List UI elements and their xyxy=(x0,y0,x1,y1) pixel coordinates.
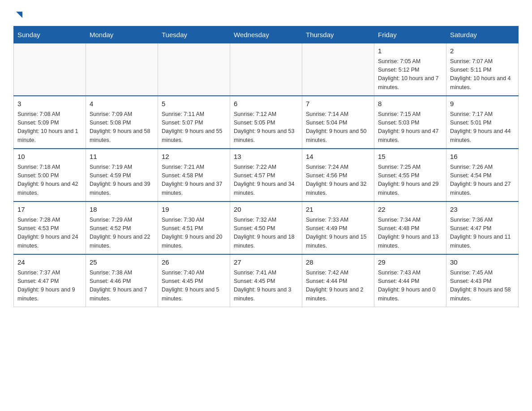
day-info: Sunrise: 7:43 AM Sunset: 4:44 PM Dayligh… xyxy=(378,269,442,304)
day-info: Sunrise: 7:15 AM Sunset: 5:03 PM Dayligh… xyxy=(378,110,442,145)
logo xyxy=(13,9,24,17)
weekday-header-sunday: Sunday xyxy=(14,26,86,43)
calendar-week-row: 1Sunrise: 7:05 AM Sunset: 5:12 PM Daylig… xyxy=(14,43,519,96)
day-info: Sunrise: 7:29 AM Sunset: 4:52 PM Dayligh… xyxy=(90,216,154,251)
calendar-cell: 2Sunrise: 7:07 AM Sunset: 5:11 PM Daylig… xyxy=(446,43,519,96)
weekday-header-row: SundayMondayTuesdayWednesdayThursdayFrid… xyxy=(14,26,519,43)
day-number: 16 xyxy=(450,152,515,162)
day-number: 8 xyxy=(378,99,442,109)
day-info: Sunrise: 7:34 AM Sunset: 4:48 PM Dayligh… xyxy=(378,216,442,251)
day-info: Sunrise: 7:37 AM Sunset: 4:47 PM Dayligh… xyxy=(17,269,82,304)
calendar-cell: 22Sunrise: 7:34 AM Sunset: 4:48 PM Dayli… xyxy=(374,201,446,254)
day-info: Sunrise: 7:19 AM Sunset: 4:59 PM Dayligh… xyxy=(90,163,154,198)
day-number: 3 xyxy=(17,99,82,109)
weekday-header-friday: Friday xyxy=(374,26,446,43)
calendar-cell: 15Sunrise: 7:25 AM Sunset: 4:55 PM Dayli… xyxy=(374,149,446,201)
calendar-cell: 19Sunrise: 7:30 AM Sunset: 4:51 PM Dayli… xyxy=(158,201,230,254)
day-info: Sunrise: 7:28 AM Sunset: 4:53 PM Dayligh… xyxy=(17,216,82,251)
day-number: 22 xyxy=(378,205,442,215)
calendar-cell: 24Sunrise: 7:37 AM Sunset: 4:47 PM Dayli… xyxy=(14,254,86,307)
day-number: 20 xyxy=(234,205,298,215)
day-number: 15 xyxy=(378,152,442,162)
day-number: 9 xyxy=(450,99,515,109)
weekday-header-tuesday: Tuesday xyxy=(158,26,230,43)
day-info: Sunrise: 7:32 AM Sunset: 4:50 PM Dayligh… xyxy=(234,216,298,251)
calendar-cell: 21Sunrise: 7:33 AM Sunset: 4:49 PM Dayli… xyxy=(302,201,374,254)
day-number: 6 xyxy=(234,99,298,109)
calendar-cell: 11Sunrise: 7:19 AM Sunset: 4:59 PM Dayli… xyxy=(86,149,158,201)
calendar-cell: 23Sunrise: 7:36 AM Sunset: 4:47 PM Dayli… xyxy=(446,201,519,254)
calendar-cell: 18Sunrise: 7:29 AM Sunset: 4:52 PM Dayli… xyxy=(86,201,158,254)
day-info: Sunrise: 7:30 AM Sunset: 4:51 PM Dayligh… xyxy=(162,216,226,251)
calendar-cell: 3Sunrise: 7:08 AM Sunset: 5:09 PM Daylig… xyxy=(14,96,86,149)
day-number: 21 xyxy=(306,205,370,215)
day-info: Sunrise: 7:14 AM Sunset: 5:04 PM Dayligh… xyxy=(306,110,370,145)
day-number: 5 xyxy=(162,99,226,109)
day-number: 11 xyxy=(90,152,154,162)
page-header xyxy=(13,9,519,17)
calendar-cell: 6Sunrise: 7:12 AM Sunset: 5:05 PM Daylig… xyxy=(230,96,302,149)
calendar-cell xyxy=(158,43,230,96)
day-number: 27 xyxy=(234,257,298,268)
calendar-cell: 9Sunrise: 7:17 AM Sunset: 5:01 PM Daylig… xyxy=(446,96,519,149)
day-info: Sunrise: 7:41 AM Sunset: 4:45 PM Dayligh… xyxy=(234,269,298,304)
day-number: 13 xyxy=(234,152,298,162)
calendar-cell: 27Sunrise: 7:41 AM Sunset: 4:45 PM Dayli… xyxy=(230,254,302,307)
day-info: Sunrise: 7:36 AM Sunset: 4:47 PM Dayligh… xyxy=(450,216,515,251)
day-info: Sunrise: 7:11 AM Sunset: 5:07 PM Dayligh… xyxy=(162,110,226,145)
calendar-cell: 4Sunrise: 7:09 AM Sunset: 5:08 PM Daylig… xyxy=(86,96,158,149)
calendar-cell: 8Sunrise: 7:15 AM Sunset: 5:03 PM Daylig… xyxy=(374,96,446,149)
calendar-cell: 1Sunrise: 7:05 AM Sunset: 5:12 PM Daylig… xyxy=(374,43,446,96)
calendar-cell: 14Sunrise: 7:24 AM Sunset: 4:56 PM Dayli… xyxy=(302,149,374,201)
day-info: Sunrise: 7:40 AM Sunset: 4:45 PM Dayligh… xyxy=(162,269,226,304)
day-number: 17 xyxy=(17,205,82,215)
day-info: Sunrise: 7:24 AM Sunset: 4:56 PM Dayligh… xyxy=(306,163,370,198)
day-number: 23 xyxy=(450,205,515,215)
day-info: Sunrise: 7:38 AM Sunset: 4:46 PM Dayligh… xyxy=(90,269,154,304)
day-number: 7 xyxy=(306,99,370,109)
calendar-table: SundayMondayTuesdayWednesdayThursdayFrid… xyxy=(13,26,519,307)
calendar-week-row: 24Sunrise: 7:37 AM Sunset: 4:47 PM Dayli… xyxy=(14,254,519,307)
day-info: Sunrise: 7:05 AM Sunset: 5:12 PM Dayligh… xyxy=(378,57,442,92)
day-info: Sunrise: 7:21 AM Sunset: 4:58 PM Dayligh… xyxy=(162,163,226,198)
weekday-header-saturday: Saturday xyxy=(446,26,519,43)
day-number: 18 xyxy=(90,205,154,215)
calendar-cell: 16Sunrise: 7:26 AM Sunset: 4:54 PM Dayli… xyxy=(446,149,519,201)
calendar-cell xyxy=(14,43,86,96)
calendar-cell: 13Sunrise: 7:22 AM Sunset: 4:57 PM Dayli… xyxy=(230,149,302,201)
day-info: Sunrise: 7:42 AM Sunset: 4:44 PM Dayligh… xyxy=(306,269,370,304)
day-info: Sunrise: 7:12 AM Sunset: 5:05 PM Dayligh… xyxy=(234,110,298,145)
day-number: 26 xyxy=(162,257,226,268)
weekday-header-monday: Monday xyxy=(86,26,158,43)
calendar-cell: 25Sunrise: 7:38 AM Sunset: 4:46 PM Dayli… xyxy=(86,254,158,307)
calendar-cell: 7Sunrise: 7:14 AM Sunset: 5:04 PM Daylig… xyxy=(302,96,374,149)
day-number: 19 xyxy=(162,205,226,215)
calendar-cell: 29Sunrise: 7:43 AM Sunset: 4:44 PM Dayli… xyxy=(374,254,446,307)
weekday-header-wednesday: Wednesday xyxy=(230,26,302,43)
calendar-week-row: 17Sunrise: 7:28 AM Sunset: 4:53 PM Dayli… xyxy=(14,201,519,254)
day-number: 14 xyxy=(306,152,370,162)
calendar-cell: 12Sunrise: 7:21 AM Sunset: 4:58 PM Dayli… xyxy=(158,149,230,201)
day-number: 24 xyxy=(17,257,82,268)
day-info: Sunrise: 7:33 AM Sunset: 4:49 PM Dayligh… xyxy=(306,216,370,251)
day-number: 25 xyxy=(90,257,154,268)
day-info: Sunrise: 7:22 AM Sunset: 4:57 PM Dayligh… xyxy=(234,163,298,198)
calendar-cell: 28Sunrise: 7:42 AM Sunset: 4:44 PM Dayli… xyxy=(302,254,374,307)
svg-marker-0 xyxy=(16,12,22,18)
day-info: Sunrise: 7:26 AM Sunset: 4:54 PM Dayligh… xyxy=(450,163,515,198)
calendar-week-row: 3Sunrise: 7:08 AM Sunset: 5:09 PM Daylig… xyxy=(14,96,519,149)
calendar-cell: 26Sunrise: 7:40 AM Sunset: 4:45 PM Dayli… xyxy=(158,254,230,307)
calendar-cell xyxy=(230,43,302,96)
calendar-cell: 5Sunrise: 7:11 AM Sunset: 5:07 PM Daylig… xyxy=(158,96,230,149)
day-number: 10 xyxy=(17,152,82,162)
weekday-header-thursday: Thursday xyxy=(302,26,374,43)
calendar-cell xyxy=(86,43,158,96)
day-number: 1 xyxy=(378,46,442,56)
day-info: Sunrise: 7:08 AM Sunset: 5:09 PM Dayligh… xyxy=(17,110,82,145)
day-number: 29 xyxy=(378,257,442,268)
day-info: Sunrise: 7:45 AM Sunset: 4:43 PM Dayligh… xyxy=(450,269,515,304)
day-info: Sunrise: 7:07 AM Sunset: 5:11 PM Dayligh… xyxy=(450,57,515,92)
day-number: 4 xyxy=(90,99,154,109)
day-number: 2 xyxy=(450,46,515,56)
day-info: Sunrise: 7:18 AM Sunset: 5:00 PM Dayligh… xyxy=(17,163,82,198)
